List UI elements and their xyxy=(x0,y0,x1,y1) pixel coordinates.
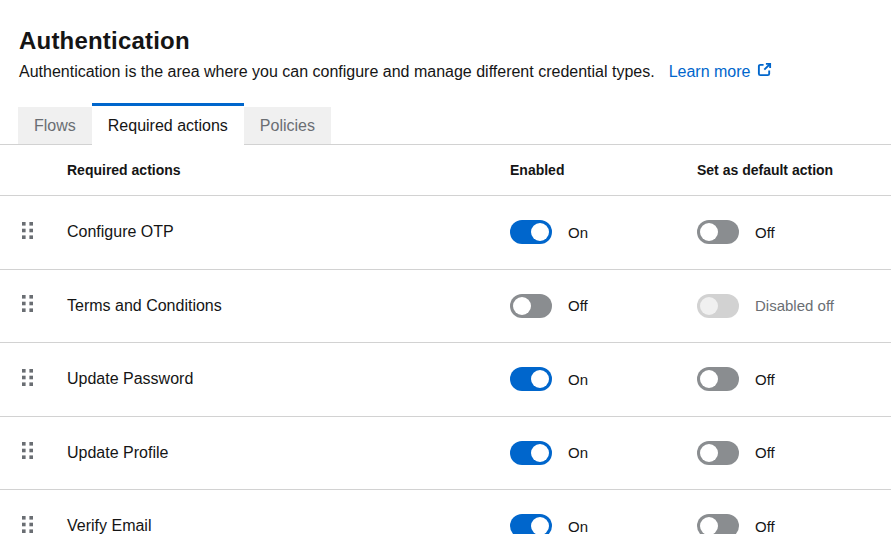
table-row: Verify Email On Off xyxy=(0,490,891,534)
tab-required-actions[interactable]: Required actions xyxy=(92,103,244,145)
set-default-toggle-label: Off xyxy=(755,224,775,241)
enabled-cell: On xyxy=(510,220,697,244)
enabled-cell: Off xyxy=(510,294,697,318)
table-row: Terms and Conditions Off Disabled off xyxy=(0,270,891,344)
drag-handle-icon xyxy=(22,295,34,316)
toggle-knob xyxy=(531,517,549,534)
enabled-toggle[interactable] xyxy=(510,367,552,391)
enabled-toggle[interactable] xyxy=(510,441,552,465)
column-header-enabled: Enabled xyxy=(510,162,697,178)
drag-handle[interactable] xyxy=(0,222,67,243)
table-row: Update Password On Off xyxy=(0,343,891,417)
set-default-toggle[interactable] xyxy=(697,441,739,465)
enabled-toggle[interactable] xyxy=(510,220,552,244)
toggle-knob xyxy=(700,444,718,462)
row-action-name: Terms and Conditions xyxy=(67,297,510,315)
drag-handle[interactable] xyxy=(0,516,67,534)
set-default-toggle[interactable] xyxy=(697,220,739,244)
page-header: Authentication Authentication is the are… xyxy=(0,0,891,82)
toggle-knob xyxy=(531,444,549,462)
drag-handle-icon xyxy=(22,442,34,463)
enabled-toggle-label: On xyxy=(568,371,588,388)
row-action-name: Update Password xyxy=(67,370,510,388)
page-description: Authentication is the area where you can… xyxy=(19,62,655,82)
table-row: Update Profile On Off xyxy=(0,417,891,491)
row-action-name: Update Profile xyxy=(67,444,510,462)
column-header-required-actions: Required actions xyxy=(67,162,510,178)
row-action-name: Configure OTP xyxy=(67,223,510,241)
set-default-cell: Off xyxy=(697,441,891,465)
enabled-cell: On xyxy=(510,441,697,465)
set-default-toggle-label: Off xyxy=(755,371,775,388)
authentication-page: Authentication Authentication is the are… xyxy=(0,0,891,534)
drag-handle-icon xyxy=(22,516,34,534)
set-default-toggle-label: Off xyxy=(755,518,775,534)
drag-handle[interactable] xyxy=(0,442,67,463)
row-action-name: Verify Email xyxy=(67,517,510,534)
tab-policies[interactable]: Policies xyxy=(244,107,331,144)
set-default-toggle[interactable] xyxy=(697,294,739,318)
column-header-set-default: Set as default action xyxy=(697,162,891,178)
set-default-toggle-label: Off xyxy=(755,444,775,461)
required-actions-table: Required actions Enabled Set as default … xyxy=(0,145,891,534)
set-default-cell: Off xyxy=(697,367,891,391)
enabled-cell: On xyxy=(510,514,697,534)
enabled-cell: On xyxy=(510,367,697,391)
toggle-knob xyxy=(513,297,531,315)
page-title: Authentication xyxy=(19,26,891,56)
tab-flows[interactable]: Flows xyxy=(18,107,92,144)
toggle-knob xyxy=(700,370,718,388)
set-default-cell: Off xyxy=(697,220,891,244)
learn-more-link[interactable]: Learn more xyxy=(669,62,772,82)
table-header-row: Required actions Enabled Set as default … xyxy=(0,145,891,196)
set-default-toggle-label: Disabled off xyxy=(755,297,834,314)
toggle-knob xyxy=(700,297,718,315)
external-link-icon xyxy=(757,62,772,82)
toggle-knob xyxy=(700,517,718,534)
toggle-knob xyxy=(531,370,549,388)
table-body: Configure OTP On Off xyxy=(0,196,891,534)
tab-bar: Flows Required actions Policies xyxy=(0,103,891,145)
toggle-knob xyxy=(700,223,718,241)
set-default-cell: Disabled off xyxy=(697,294,891,318)
learn-more-label: Learn more xyxy=(669,62,751,82)
drag-handle-icon xyxy=(22,222,34,243)
set-default-cell: Off xyxy=(697,514,891,534)
drag-handle[interactable] xyxy=(0,369,67,390)
enabled-toggle[interactable] xyxy=(510,514,552,534)
set-default-toggle[interactable] xyxy=(697,514,739,534)
drag-handle-icon xyxy=(22,369,34,390)
enabled-toggle-label: On xyxy=(568,224,588,241)
toggle-knob xyxy=(531,223,549,241)
enabled-toggle[interactable] xyxy=(510,294,552,318)
enabled-toggle-label: On xyxy=(568,444,588,461)
enabled-toggle-label: On xyxy=(568,518,588,534)
enabled-toggle-label: Off xyxy=(568,297,588,314)
table-row: Configure OTP On Off xyxy=(0,196,891,270)
drag-handle[interactable] xyxy=(0,295,67,316)
set-default-toggle[interactable] xyxy=(697,367,739,391)
